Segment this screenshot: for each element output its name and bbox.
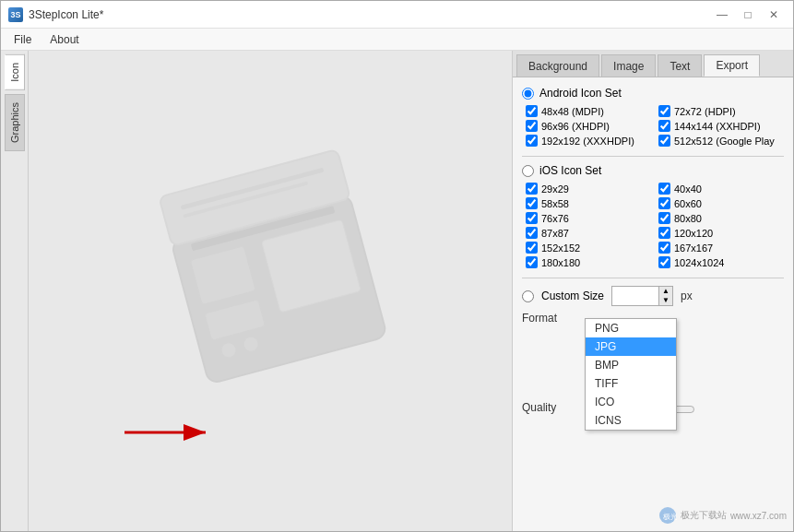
ios-60-checkbox[interactable] bbox=[658, 197, 670, 209]
android-72-checkbox[interactable] bbox=[658, 105, 670, 117]
tab-image[interactable]: Image bbox=[601, 54, 656, 77]
format-option-tiff[interactable]: TIFF bbox=[586, 374, 676, 393]
maximize-button[interactable]: □ bbox=[736, 5, 760, 25]
android-section: Android Icon Set 48x48 (MDPI) 72x72 (HDP… bbox=[522, 87, 784, 147]
android-size-4: 192x192 (XXXHDPI) bbox=[526, 135, 651, 147]
android-96-checkbox[interactable] bbox=[526, 120, 538, 132]
ios-152-label: 152x152 bbox=[541, 242, 580, 254]
android-48-checkbox[interactable] bbox=[526, 105, 538, 117]
spinbox-up-button[interactable]: ▲ bbox=[659, 287, 672, 296]
ios-size-6: 87x87 bbox=[526, 227, 651, 239]
preview-icon bbox=[132, 144, 409, 439]
ios-29-label: 29x29 bbox=[541, 183, 569, 195]
format-option-ico[interactable]: ICO bbox=[586, 393, 676, 411]
android-72-label: 72x72 (HDPI) bbox=[674, 106, 736, 117]
format-option-jpg[interactable]: JPG bbox=[586, 337, 676, 356]
android-96-label: 96x96 (XHDPI) bbox=[541, 121, 610, 132]
main-window: 3S 3StepIcon Lite* — □ ✕ File About Icon… bbox=[0, 0, 794, 532]
android-size-0: 48x48 (MDPI) bbox=[526, 105, 651, 117]
arrow-indicator bbox=[124, 416, 217, 448]
android-size-2: 96x96 (XHDPI) bbox=[526, 120, 651, 132]
ios-120-checkbox[interactable] bbox=[658, 227, 670, 239]
tabs-bar: Background Image Text Export bbox=[513, 51, 793, 77]
ios-size-1: 40x40 bbox=[658, 183, 784, 195]
ios-76-checkbox[interactable] bbox=[526, 212, 538, 224]
ios-120-label: 120x120 bbox=[674, 228, 713, 239]
ios-29-checkbox[interactable] bbox=[526, 183, 538, 195]
format-option-bmp[interactable]: BMP bbox=[586, 356, 676, 374]
ios-40-label: 40x40 bbox=[674, 183, 702, 195]
custom-size-spinbox: 1024 ▲ ▼ bbox=[611, 286, 673, 306]
custom-size-row: Custom Size 1024 ▲ ▼ px bbox=[522, 286, 784, 306]
ios-size-10: 180x180 bbox=[526, 256, 651, 268]
ios-radio-label: iOS Icon Set bbox=[539, 164, 601, 177]
android-sizes-grid: 48x48 (MDPI) 72x72 (HDPI) 96x96 (XHDPI) bbox=[526, 105, 784, 147]
tab-background[interactable]: Background bbox=[516, 54, 599, 77]
android-144-checkbox[interactable] bbox=[658, 120, 670, 132]
watermark-url: www.xz7.com bbox=[730, 511, 787, 521]
android-512-checkbox[interactable] bbox=[658, 135, 670, 147]
ios-size-7: 120x120 bbox=[658, 227, 784, 239]
ios-size-8: 152x152 bbox=[526, 242, 651, 254]
ios-size-9: 167x167 bbox=[658, 242, 784, 254]
ios-size-2: 58x58 bbox=[526, 197, 651, 209]
app-icon: 3S bbox=[8, 7, 23, 22]
divider-1 bbox=[522, 156, 784, 157]
tab-text[interactable]: Text bbox=[658, 54, 702, 77]
ios-58-label: 58x58 bbox=[541, 198, 569, 209]
close-button[interactable]: ✕ bbox=[762, 5, 786, 25]
ios-87-label: 87x87 bbox=[541, 228, 569, 239]
ios-1024-checkbox[interactable] bbox=[658, 256, 670, 268]
watermark-icon: 极光 bbox=[658, 506, 677, 525]
menu-bar: File About bbox=[1, 29, 793, 51]
ios-152-checkbox[interactable] bbox=[526, 242, 538, 254]
android-radio-row: Android Icon Set bbox=[522, 87, 784, 100]
ios-58-checkbox[interactable] bbox=[526, 197, 538, 209]
sidebar-tab-icon[interactable]: Icon bbox=[5, 54, 25, 90]
android-size-1: 72x72 (HDPI) bbox=[658, 105, 784, 117]
custom-size-radio[interactable] bbox=[522, 290, 534, 302]
right-panel: Background Image Text Export Android Ico… bbox=[512, 51, 793, 531]
quality-label: Quality bbox=[522, 401, 577, 414]
menu-file[interactable]: File bbox=[5, 31, 41, 48]
ios-1024-label: 1024x1024 bbox=[674, 257, 724, 268]
format-dropdown-list: PNG JPG BMP TIFF ICO ICNS bbox=[585, 318, 677, 431]
watermark-text: 极光下载站 bbox=[681, 509, 727, 522]
sidebar-tab-graphics[interactable]: Graphics bbox=[5, 94, 25, 151]
ios-size-5: 80x80 bbox=[658, 212, 784, 224]
format-label: Format bbox=[522, 312, 577, 325]
android-512-label: 512x512 (Google Play bbox=[674, 136, 775, 147]
android-192-checkbox[interactable] bbox=[526, 135, 538, 147]
android-48-label: 48x48 (MDPI) bbox=[541, 106, 604, 117]
ios-section: iOS Icon Set 29x29 40x40 5 bbox=[522, 164, 784, 268]
ios-87-checkbox[interactable] bbox=[526, 227, 538, 239]
minimize-button[interactable]: — bbox=[710, 5, 734, 25]
ios-40-checkbox[interactable] bbox=[658, 183, 670, 195]
ios-size-0: 29x29 bbox=[526, 183, 651, 195]
ios-180-label: 180x180 bbox=[541, 257, 580, 268]
android-radio-label: Android Icon Set bbox=[539, 87, 622, 100]
format-option-icns[interactable]: ICNS bbox=[586, 411, 676, 430]
canvas-area bbox=[29, 51, 512, 531]
title-bar: 3S 3StepIcon Lite* — □ ✕ bbox=[1, 1, 793, 29]
tab-export[interactable]: Export bbox=[704, 54, 760, 77]
ios-167-label: 167x167 bbox=[674, 242, 713, 254]
menu-about[interactable]: About bbox=[41, 31, 88, 48]
ios-80-checkbox[interactable] bbox=[658, 212, 670, 224]
spinbox-down-button[interactable]: ▼ bbox=[659, 296, 672, 305]
ios-167-checkbox[interactable] bbox=[658, 242, 670, 254]
ios-size-11: 1024x1024 bbox=[658, 256, 784, 268]
ios-radio-row: iOS Icon Set bbox=[522, 164, 784, 177]
android-radio[interactable] bbox=[522, 88, 534, 100]
custom-size-input[interactable]: 1024 bbox=[612, 288, 658, 304]
ios-180-checkbox[interactable] bbox=[526, 256, 538, 268]
ios-size-4: 76x76 bbox=[526, 212, 651, 224]
ios-60-label: 60x60 bbox=[674, 198, 702, 209]
panel-content: Android Icon Set 48x48 (MDPI) 72x72 (HDP… bbox=[513, 77, 793, 531]
main-content: Icon Graphics bbox=[1, 51, 793, 531]
divider-2 bbox=[522, 278, 784, 278]
format-option-png[interactable]: PNG bbox=[586, 319, 676, 337]
ios-radio[interactable] bbox=[522, 165, 534, 177]
android-144-label: 144x144 (XXHDPI) bbox=[674, 121, 761, 132]
window-controls: — □ ✕ bbox=[710, 5, 786, 25]
